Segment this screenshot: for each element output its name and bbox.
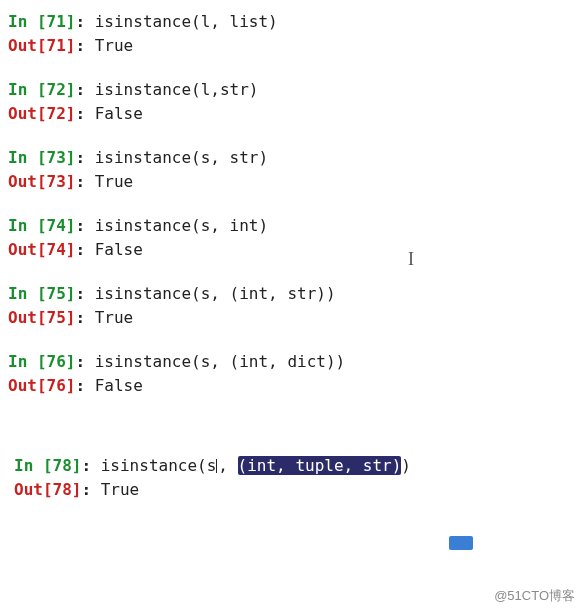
colon: : (81, 480, 100, 499)
out-number: 75 (47, 308, 66, 327)
watermark-label: @51CTO博客 (494, 586, 575, 606)
out-line: Out[75]: True (8, 306, 579, 330)
blank-gap (8, 418, 579, 454)
out-number: 74 (47, 240, 66, 259)
out-prompt-word: Out (8, 172, 37, 191)
cell-78: In [78]: isinstance(s, (int, tuple, str)… (8, 454, 579, 502)
out-number: 76 (47, 376, 66, 395)
ibeam-cursor-icon: I (408, 246, 414, 273)
colon: : (75, 240, 94, 259)
out-line: Out[78]: True (14, 478, 579, 502)
code-input[interactable]: isinstance(s, str) (95, 148, 268, 167)
colon: : (75, 284, 94, 303)
bracket-open: [ (43, 456, 53, 475)
bracket-open: [ (37, 36, 47, 55)
code-input[interactable]: isinstance(s, int) (95, 216, 268, 235)
cell-73: In [73]: isinstance(s, str) Out[73]: Tru… (8, 146, 579, 194)
output-value: False (95, 104, 143, 123)
colon: : (75, 80, 94, 99)
in-line[interactable]: In [76]: isinstance(s, (int, dict)) (8, 350, 579, 374)
out-prompt-word: Out (8, 308, 37, 327)
code-input[interactable]: isinstance(s, (int, str)) (95, 284, 336, 303)
output-value: True (95, 308, 134, 327)
out-prompt-word: Out (8, 104, 37, 123)
out-prompt-word: Out (8, 36, 37, 55)
bracket-close: ] (66, 308, 76, 327)
in-prompt-word: In (8, 12, 37, 31)
in-number: 72 (47, 80, 66, 99)
in-prompt-word: In (8, 148, 37, 167)
cell-74: In [74]: isinstance(s, int) Out[74]: Fal… (8, 214, 579, 262)
in-line[interactable]: In [73]: isinstance(s, str) (8, 146, 579, 170)
in-number: 73 (47, 148, 66, 167)
out-line: Out[74]: False (8, 238, 579, 262)
bracket-close: ] (66, 216, 76, 235)
in-number: 78 (53, 456, 72, 475)
colon: : (75, 172, 94, 191)
bracket-open: [ (37, 376, 47, 395)
bracket-close: ] (66, 80, 76, 99)
bracket-open: [ (37, 172, 47, 191)
bracket-open: [ (37, 12, 47, 31)
code-between: , (218, 456, 237, 475)
cell-72: In [72]: isinstance(l,str) Out[72]: Fals… (8, 78, 579, 126)
colon: : (75, 12, 94, 31)
output-value: True (95, 172, 134, 191)
in-line[interactable]: In [71]: isinstance(l, list) (8, 10, 579, 34)
output-value: False (95, 240, 143, 259)
in-prompt-word: In (8, 352, 37, 371)
out-number: 72 (47, 104, 66, 123)
bracket-open: [ (37, 352, 47, 371)
cell-76: In [76]: isinstance(s, (int, dict)) Out[… (8, 350, 579, 398)
output-value: False (95, 376, 143, 395)
out-line: Out[73]: True (8, 170, 579, 194)
in-line[interactable]: In [78]: isinstance(s, (int, tuple, str)… (14, 454, 579, 478)
bracket-close: ] (66, 148, 76, 167)
bracket-open: [ (37, 240, 47, 259)
bracket-close: ] (66, 36, 76, 55)
code-input[interactable]: isinstance(l, list) (95, 12, 278, 31)
bracket-open: [ (37, 284, 47, 303)
bracket-close: ] (66, 376, 76, 395)
bracket-open: [ (37, 80, 47, 99)
in-prompt-word: In (8, 284, 37, 303)
colon: : (75, 352, 94, 371)
bracket-open: [ (37, 308, 47, 327)
ime-indicator-icon (449, 536, 473, 550)
bracket-open: [ (37, 216, 47, 235)
in-line[interactable]: In [75]: isinstance(s, (int, str)) (8, 282, 579, 306)
bracket-close: ] (66, 104, 76, 123)
out-prompt-word: Out (14, 480, 43, 499)
out-number: 73 (47, 172, 66, 191)
code-input[interactable]: isinstance(s, (int, dict)) (95, 352, 345, 371)
code-prefix: isinstance(s (101, 456, 217, 475)
out-line: Out[72]: False (8, 102, 579, 126)
bracket-open: [ (37, 148, 47, 167)
colon: : (75, 104, 94, 123)
out-number: 78 (53, 480, 72, 499)
in-number: 74 (47, 216, 66, 235)
bracket-close: ] (66, 352, 76, 371)
out-prompt-word: Out (8, 240, 37, 259)
code-input[interactable]: isinstance(s, (int, tuple, str)) (101, 456, 411, 475)
selection-highlight[interactable]: (int, tuple, str) (238, 456, 402, 475)
out-prompt-word: Out (8, 376, 37, 395)
code-input[interactable]: isinstance(l,str) (95, 80, 259, 99)
in-number: 75 (47, 284, 66, 303)
bracket-close: ] (72, 480, 82, 499)
in-line[interactable]: In [72]: isinstance(l,str) (8, 78, 579, 102)
ipython-session: In [71]: isinstance(l, list) Out[71]: Tr… (8, 10, 579, 502)
bracket-close: ] (66, 240, 76, 259)
output-value: True (101, 480, 140, 499)
bracket-close: ] (66, 284, 76, 303)
bracket-open: [ (37, 104, 47, 123)
output-value: True (95, 36, 134, 55)
cell-75: In [75]: isinstance(s, (int, str)) Out[7… (8, 282, 579, 330)
in-line[interactable]: In [74]: isinstance(s, int) (8, 214, 579, 238)
out-line: Out[76]: False (8, 374, 579, 398)
colon: : (81, 456, 100, 475)
colon: : (75, 376, 94, 395)
out-number: 71 (47, 36, 66, 55)
colon: : (75, 216, 94, 235)
in-number: 71 (47, 12, 66, 31)
